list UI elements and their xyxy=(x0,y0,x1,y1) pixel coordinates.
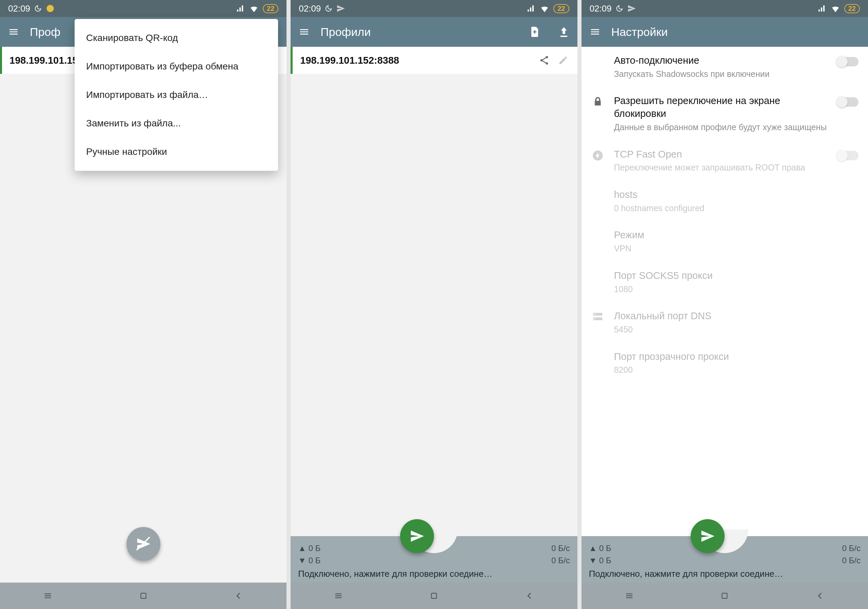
share-icon[interactable] xyxy=(537,53,552,68)
back-button[interactable] xyxy=(524,590,536,602)
app-title: Профили xyxy=(321,25,518,39)
menu-scan-qr[interactable]: Сканировать QR-код xyxy=(74,24,278,52)
circle-icon xyxy=(46,4,54,13)
lock-icon xyxy=(588,94,607,107)
setting-hosts[interactable]: hosts 0 hostnames configured xyxy=(581,181,868,221)
wifi-icon xyxy=(540,5,549,12)
status-time: 02:09 xyxy=(590,3,612,14)
signal-icon xyxy=(236,5,245,12)
profile-row[interactable]: 198.199.101.152:8388 xyxy=(291,47,577,74)
connect-fab[interactable] xyxy=(127,527,160,561)
setting-tcp-fast-open: TCP Fast Open Переключение может запраши… xyxy=(581,141,868,181)
setting-title: Порт SOCKS5 прокси xyxy=(614,269,859,282)
app-bar: Профили xyxy=(291,17,577,47)
status-time: 02:09 xyxy=(299,3,321,14)
screen-1: 02:09 22 Профили 198.199.101.152:8388 xyxy=(0,0,287,609)
profile-address: 198.199.101.152:8388 xyxy=(9,55,77,66)
setting-dns-port[interactable]: Локальный порт DNS 5450 xyxy=(581,302,868,343)
setting-subtitle: 5450 xyxy=(614,324,859,335)
home-button[interactable] xyxy=(428,590,440,602)
setting-title: Локальный порт DNS xyxy=(614,310,859,323)
hamburger-icon[interactable] xyxy=(298,25,311,39)
connection-panel[interactable]: ▲ 0 Б ▼ 0 Б 0 Б/с 0 Б/с Подключено, нажм… xyxy=(291,536,577,583)
upload-rate: 0 Б/с xyxy=(842,542,860,555)
moon-icon xyxy=(34,5,42,12)
status-bar: 02:09 22 xyxy=(0,0,287,17)
back-button[interactable] xyxy=(814,590,826,602)
setting-title: hosts xyxy=(614,189,859,201)
menu-replace-file[interactable]: Заменить из файла... xyxy=(74,109,278,138)
hamburger-icon[interactable] xyxy=(7,25,20,39)
wifi-icon xyxy=(249,5,259,12)
setting-auto-connect[interactable]: Авто-подключение Запускать Shadowsocks п… xyxy=(581,47,868,87)
app-bar: Настройки xyxy=(581,17,868,47)
upload-rate: 0 Б/с xyxy=(551,542,570,555)
screen-3: 02:09 22 Настройки Авто-подключение Запу… xyxy=(581,0,868,609)
recent-apps-button[interactable] xyxy=(42,590,54,602)
toggle-switch[interactable] xyxy=(837,57,859,66)
recent-apps-button[interactable] xyxy=(332,590,344,602)
connection-message: Подключено, нажмите для проверки соедине… xyxy=(589,569,860,579)
svg-rect-6 xyxy=(431,593,436,598)
app-title: Настройки xyxy=(611,25,861,39)
upload-bytes: ▲ 0 Б xyxy=(589,542,611,555)
home-button[interactable] xyxy=(137,590,150,602)
system-nav-bar xyxy=(581,583,868,609)
hamburger-icon[interactable] xyxy=(588,25,602,39)
svg-point-11 xyxy=(594,318,595,319)
moon-icon xyxy=(325,5,332,12)
menu-import-clipboard[interactable]: Импортировать из буфера обмена xyxy=(74,52,278,80)
upload-button[interactable] xyxy=(557,25,570,39)
menu-manual[interactable]: Ручные настройки xyxy=(74,138,278,166)
setting-title: Разрешить переключение на экране блокиро… xyxy=(614,94,830,120)
signal-icon xyxy=(818,5,827,12)
settings-list: Авто-подключение Запускать Shadowsocks п… xyxy=(581,47,868,536)
connect-fab[interactable] xyxy=(400,519,434,553)
setting-subtitle: Запускать Shadowsocks при включении xyxy=(614,68,830,80)
send-icon xyxy=(336,4,345,13)
status-bar: 02:09 22 xyxy=(291,0,577,17)
setting-title: Порт прозрачного прокси xyxy=(614,351,859,363)
bolt-icon xyxy=(588,148,607,161)
moon-icon xyxy=(616,5,623,12)
setting-title: TCP Fast Open xyxy=(614,148,830,161)
connection-message: Подключено, нажмите для проверки соедине… xyxy=(298,569,570,579)
home-button[interactable] xyxy=(718,590,731,602)
setting-title: Режим xyxy=(614,229,859,242)
setting-lockscreen-switch[interactable]: Разрешить переключение на экране блокиро… xyxy=(581,87,868,140)
app-title: Профили xyxy=(30,25,60,39)
setting-transparent-port[interactable]: Порт прозрачного прокси 8200 xyxy=(581,343,868,383)
recent-apps-button[interactable] xyxy=(623,590,636,602)
status-bar: 02:09 22 xyxy=(581,0,868,17)
download-bytes: ▼ 0 Б xyxy=(589,555,611,567)
battery-badge: 22 xyxy=(263,4,278,13)
setting-subtitle: 8200 xyxy=(614,364,859,376)
screen-2: 02:09 22 Профили 198.199.101.152:8388 xyxy=(291,0,577,609)
setting-subtitle: 0 hostnames configured xyxy=(614,202,859,214)
download-rate: 0 Б/с xyxy=(842,555,860,567)
add-file-button[interactable] xyxy=(528,25,541,39)
system-nav-bar xyxy=(0,583,287,609)
svg-rect-2 xyxy=(141,593,146,598)
add-profile-menu: Сканировать QR-код Импортировать из буфе… xyxy=(74,19,278,171)
setting-socks5-port[interactable]: Порт SOCKS5 прокси 1080 xyxy=(581,262,868,302)
setting-subtitle: 1080 xyxy=(614,284,859,295)
svg-rect-12 xyxy=(722,593,727,598)
setting-mode[interactable]: Режим VPN xyxy=(581,221,868,262)
edit-icon[interactable] xyxy=(556,53,570,68)
back-button[interactable] xyxy=(232,590,245,602)
send-icon xyxy=(627,4,636,13)
connect-fab[interactable] xyxy=(691,519,725,553)
menu-import-file[interactable]: Импортировать из файла… xyxy=(74,80,278,109)
system-nav-bar xyxy=(291,583,577,609)
toggle-switch[interactable] xyxy=(837,97,859,107)
connection-panel[interactable]: ▲ 0 Б ▼ 0 Б 0 Б/с 0 Б/с Подключено, нажм… xyxy=(581,536,868,583)
battery-badge: 22 xyxy=(844,4,860,13)
download-rate: 0 Б/с xyxy=(551,555,570,567)
toggle-switch xyxy=(837,151,859,160)
setting-subtitle: VPN xyxy=(614,243,859,255)
status-time: 02:09 xyxy=(8,3,30,14)
svg-point-10 xyxy=(594,314,595,315)
dns-icon xyxy=(588,310,607,321)
upload-bytes: ▲ 0 Б xyxy=(298,542,321,555)
